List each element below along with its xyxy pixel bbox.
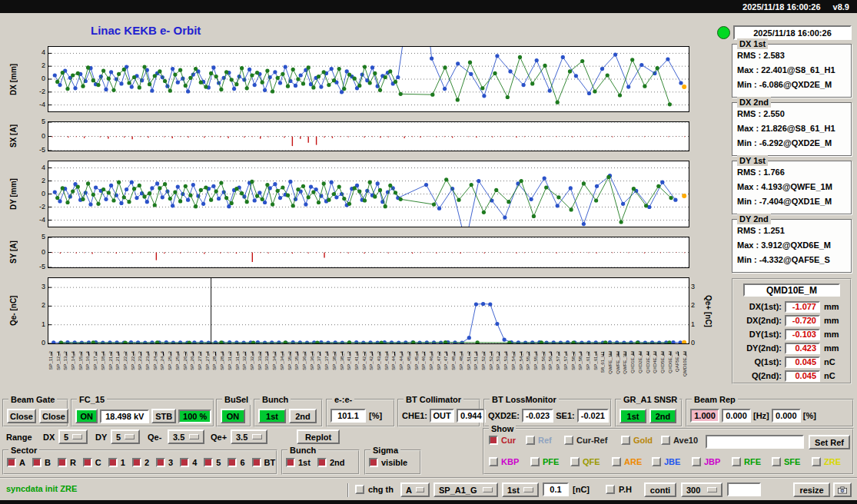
y-tick-label: 5 (42, 233, 45, 241)
chg-th-checkbox[interactable] (355, 485, 364, 494)
min-value: Min : -7.404@QXD1E_M (732, 194, 851, 209)
replot-button[interactable]: Replot (297, 429, 340, 444)
sector-checkbox-b[interactable] (32, 458, 42, 467)
show-region-checkbox-pfe[interactable] (530, 457, 540, 466)
aux-field[interactable] (727, 482, 761, 496)
dx-plot (48, 46, 689, 112)
monitor-row: DX(2nd): -0.720 mm (733, 313, 850, 327)
bunch-show-checkbox-2nd[interactable] (317, 458, 327, 467)
show-checkbox-cur-ref[interactable] (564, 436, 573, 445)
bottom-bar (0, 500, 857, 504)
fc15-on-button[interactable]: ON (75, 409, 98, 423)
station-label: QXD3E_M (646, 351, 650, 373)
show-region-checkbox-qfe[interactable] (570, 457, 580, 466)
station-label: SP_13_2 (63, 351, 68, 370)
station-label: SP_26_2 (183, 351, 188, 370)
beam-rep-group-label: Beam Rep (692, 394, 738, 405)
monitor-row-label: Q(1st): (737, 357, 782, 366)
bunch-show-2nd: 2nd (317, 458, 345, 467)
threshold-field[interactable]: 0.1 (543, 482, 569, 496)
busel-on-button[interactable]: ON (221, 409, 245, 423)
show-region-checkbox-zre[interactable] (812, 457, 821, 466)
sector-checkbox-2[interactable] (132, 458, 141, 467)
menu-indicator (707, 487, 717, 492)
range-qep-select[interactable]: 3.5 (231, 429, 267, 444)
station-label: SP_53_4 (503, 351, 508, 370)
station-label: SP_23_2 (138, 351, 142, 370)
fc15-stb-button[interactable]: STB (151, 409, 176, 423)
sector-checkbox-c[interactable] (83, 458, 92, 467)
monitor-group-select[interactable]: A (400, 482, 430, 497)
station-label: SP_14_4 (71, 351, 75, 370)
show-region-checkbox-kbp[interactable] (489, 457, 498, 466)
set-ref-button[interactable]: Set Ref (809, 435, 850, 449)
monitor-row-unit: mm (824, 302, 839, 311)
sector-checkbox-a[interactable] (7, 458, 16, 467)
station-label: SP_37_2 (317, 351, 321, 370)
show-region-checkbox-are[interactable] (612, 457, 621, 466)
station-label: SP_51_4 (473, 351, 478, 370)
dx-series-1st (53, 47, 683, 98)
station-label: SP_16_4 (85, 351, 90, 370)
sector-checkbox-6[interactable] (228, 458, 237, 467)
max-value: Max : 22.401@S8_61_H1 (732, 63, 851, 78)
monitor-name-select[interactable]: SP_A1_G (433, 482, 498, 497)
show-checkbox-gold[interactable] (621, 436, 630, 445)
bunch-1st-button[interactable]: 1st (258, 409, 286, 423)
show-region-checkbox-jbe[interactable] (652, 457, 661, 466)
show-region-pfe: PFE (530, 457, 559, 466)
beam-rep-group: Beam Rep 1.000 0.000 [Hz] 0.000 [%] (686, 399, 854, 427)
screenshot-button[interactable] (833, 482, 852, 497)
sector-1: 1 (108, 458, 125, 467)
snsr-2nd-button[interactable]: 2nd (649, 409, 676, 423)
sigma-visible-checkbox[interactable] (369, 458, 378, 467)
se1-label: SE1: (556, 411, 574, 420)
station-label: QXD1E_M (630, 351, 635, 373)
show-checkbox-cur[interactable] (489, 436, 498, 445)
titlebar: 2025/11/18 16:00:26 v8.9 (0, 0, 857, 13)
y-tick-label: 4 (42, 48, 45, 57)
sector-checkbox-3[interactable] (156, 458, 165, 467)
bunch-show-checkbox-1st[interactable] (286, 458, 295, 467)
bunch-2nd-button[interactable]: 2nd (289, 409, 317, 423)
qe-axis-gutter: Qe- [nC] 3210 (3, 277, 47, 344)
show-checkbox-ave10[interactable] (661, 436, 670, 445)
sector-checkbox-r[interactable] (58, 458, 67, 467)
monitor-row-unit: mm (824, 330, 839, 339)
sector-checkbox-1[interactable] (108, 458, 118, 467)
bunch-select[interactable]: 1st (502, 482, 539, 497)
show-region-checkbox-sfe[interactable] (772, 457, 781, 466)
show-region-checkbox-jbp[interactable] (692, 457, 701, 466)
beam-gate-close-button-2[interactable]: Close (39, 409, 68, 423)
range-dy-select[interactable]: 5 (111, 429, 140, 444)
y-tick-label: -5 (39, 263, 45, 271)
station-label: SP_12_4 (56, 351, 61, 370)
range-qem-select[interactable]: 3.5 (168, 429, 204, 444)
interval-value: 300 (686, 486, 700, 495)
menu-indicator (189, 434, 199, 439)
conti-button[interactable]: conti (644, 482, 676, 497)
snsr-1st-button[interactable]: 1st (619, 409, 646, 423)
rms-value: RMS : 1.766 (732, 165, 851, 180)
show-label: Cur (501, 436, 516, 445)
sector-label: BT (264, 458, 276, 467)
gr-snsr-group-label: GR_A1 SNSR (621, 394, 679, 405)
show-checkbox-ref[interactable] (526, 436, 535, 445)
sector-checkbox-bt[interactable] (252, 458, 261, 467)
ee-ratio-unit: [%] (369, 411, 382, 420)
sector-group-label: Sector (8, 445, 39, 456)
range-dx-select[interactable]: 5 (58, 429, 88, 444)
rms-value: RMS : 1.251 (732, 224, 851, 238)
sector-label: R (70, 458, 76, 467)
show-region-checkbox-rfe[interactable] (732, 457, 741, 466)
selected-monitor-name[interactable]: QMD10E_M (743, 284, 840, 297)
sector-checkbox-5[interactable] (204, 458, 213, 467)
ph-checkbox[interactable] (606, 485, 615, 494)
menu-indicator (252, 434, 262, 439)
sector-checkbox-4[interactable] (180, 458, 189, 467)
interval-select[interactable]: 300 (681, 482, 722, 497)
beam-gate-close-button-1[interactable]: Close (7, 409, 36, 423)
y-tick-label: 2 (42, 61, 45, 70)
ref-file-input[interactable] (706, 435, 804, 449)
resize-button[interactable]: resize (793, 482, 830, 497)
